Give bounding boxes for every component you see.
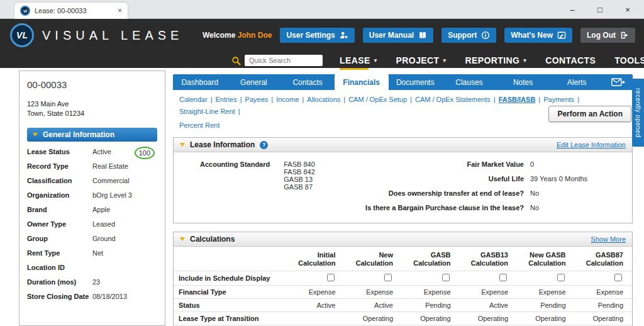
field-row-store-closing-date: Store Closing Date08/18/2013 xyxy=(27,293,157,307)
nav-reporting[interactable]: REPORTING▾ xyxy=(455,54,536,67)
chevron-down-icon: ▾ xyxy=(374,57,377,64)
nav-label: LEASE xyxy=(340,55,370,65)
include-in-schedule-checkbox[interactable] xyxy=(384,274,392,281)
nav-lease[interactable]: LEASE▾ xyxy=(330,54,387,67)
calc-value: Pending xyxy=(425,301,450,309)
lease-address: 123 Main Ave Town, State 01234 xyxy=(27,99,157,118)
calc-value: Expense xyxy=(366,288,393,296)
tab-clauses[interactable]: Clauses xyxy=(442,74,496,90)
info-field-label: Does ownership transfer at end of lease? xyxy=(365,189,524,197)
calc-cell: Operating xyxy=(575,312,633,325)
calc-cell: Operating xyxy=(517,312,575,325)
button-label: User Settings xyxy=(286,31,335,40)
recently-opened-tab[interactable]: recently opened xyxy=(632,79,644,147)
edit-lease-information-link[interactable]: Edit Lease Information xyxy=(557,141,626,149)
field-value: Real Estate xyxy=(92,162,128,170)
quick-search-input[interactable] xyxy=(245,55,323,66)
user-manual-button[interactable]: User Manual xyxy=(363,28,433,43)
include-in-schedule-checkbox[interactable] xyxy=(442,274,450,281)
chevron-down-icon: ▾ xyxy=(523,57,526,64)
lease-id: 00-00033 xyxy=(27,79,157,90)
support-button[interactable]: Support xyxy=(441,28,496,43)
subnav-straight-line-rent[interactable]: Straight-Line Rent xyxy=(177,106,238,116)
collapse-arrow-icon[interactable] xyxy=(180,237,185,241)
general-information-header[interactable]: General Information xyxy=(27,128,157,142)
tab-label: Contacts xyxy=(292,78,322,87)
address-line1: 123 Main Ave xyxy=(27,99,157,109)
calc-value: Active xyxy=(374,301,393,309)
user-settings-button[interactable]: User Settings xyxy=(280,28,354,43)
include-in-schedule-checkbox[interactable] xyxy=(327,274,335,281)
panel-title: Calculations xyxy=(190,235,235,244)
nav-project[interactable]: PROJECT▾ xyxy=(387,54,456,67)
tab-dashboard[interactable]: Dashboard xyxy=(173,74,227,90)
active-nav-underline xyxy=(340,68,369,70)
calc-row-lease-type-at-transition: Lease Type at TransitionOperatingOperati… xyxy=(174,312,632,325)
nav-contacts[interactable]: CONTACTS xyxy=(536,54,605,67)
lease-information-body: Accounting Standard FASB 840FASB 842GASB… xyxy=(174,152,632,223)
calc-value: Pending xyxy=(540,301,565,309)
subnav-allocations[interactable]: Allocations xyxy=(304,94,343,104)
tab-financials[interactable]: Financials xyxy=(335,74,389,90)
browser-tab[interactable]: vl Lease: 00-00033 × xyxy=(14,2,128,19)
subnav-cam-opex-setup[interactable]: CAM / OpEx Setup xyxy=(346,94,409,104)
user-name[interactable]: John Doe xyxy=(238,31,272,40)
subnav-payees[interactable]: Payees xyxy=(243,94,271,104)
tab-close-icon[interactable]: × xyxy=(118,6,122,15)
subnav-entries[interactable]: Entries xyxy=(213,94,240,104)
info-field-label: Fair Market Value xyxy=(365,160,524,168)
help-icon[interactable]: ? xyxy=(260,141,268,149)
calc-value: Operating xyxy=(593,315,623,322)
calc-cell: Pending xyxy=(575,299,633,312)
include-in-schedule-checkbox[interactable] xyxy=(557,274,565,281)
window-controls: – □ × xyxy=(558,0,641,19)
user-settings-icon xyxy=(340,31,348,40)
calc-row-label: Lease Type at Transition xyxy=(174,312,287,325)
tab-documents[interactable]: Documents xyxy=(389,74,443,90)
address-line2: Town, State 01234 xyxy=(27,109,157,118)
field-value: Ground xyxy=(92,235,116,242)
tab-notes[interactable]: Notes xyxy=(496,74,550,90)
show-more-link[interactable]: Show More xyxy=(591,235,626,243)
app-header: VL VISUAL LEASE Welcome John Doe User Se… xyxy=(0,19,644,68)
calc-value: Active xyxy=(317,301,336,309)
field-value: Apple xyxy=(92,206,110,213)
logout-button[interactable]: Log Out xyxy=(580,28,635,43)
field-label: Rent Type xyxy=(27,249,92,257)
welcome-label: Welcome xyxy=(203,31,235,40)
window-maximize-icon[interactable]: □ xyxy=(586,0,614,19)
tab-label: Notes xyxy=(513,78,533,87)
subnav-fasb-iasb[interactable]: FASB/IASB xyxy=(496,94,538,104)
subnav-calendar[interactable]: Calendar xyxy=(177,94,210,104)
subnav-income[interactable]: Income xyxy=(274,94,301,104)
tab-label: Documents xyxy=(396,78,435,87)
field-row-record-type: Record TypeReal Estate xyxy=(27,162,157,177)
window-close-icon[interactable]: × xyxy=(614,0,641,19)
what-s-new-button[interactable]: What's New xyxy=(504,28,572,43)
calc-cell: Active xyxy=(345,299,402,312)
nav-tools[interactable]: TOOLS▾ xyxy=(605,54,644,67)
calc-value: Expense xyxy=(596,288,623,296)
field-row-organization: OrganizationbOrg Level 3 xyxy=(27,191,157,206)
general-information-fields: Lease StatusActive100Record TypeReal Est… xyxy=(27,148,157,307)
include-in-schedule-checkbox[interactable] xyxy=(614,274,622,281)
calc-corner-cell xyxy=(174,247,287,271)
tab-alerts[interactable]: Alerts xyxy=(550,74,604,90)
subnav-cam-opex-statements[interactable]: CAM / OpEx Statements xyxy=(413,94,493,104)
field-row-lease-status: Lease StatusActive100 xyxy=(27,148,157,162)
include-in-schedule-checkbox[interactable] xyxy=(499,274,507,281)
window-minimize-icon[interactable]: – xyxy=(558,0,586,19)
subnav-percent-rent[interactable]: Percent Rent xyxy=(177,120,222,130)
collapse-arrow-icon[interactable] xyxy=(180,143,185,147)
lease-score-badge: 100 xyxy=(135,147,155,159)
subnav-payments[interactable]: Payments xyxy=(541,94,577,104)
mail-icon[interactable] xyxy=(604,74,633,90)
tab-contacts[interactable]: Contacts xyxy=(280,74,335,90)
tab-general[interactable]: General xyxy=(227,74,281,90)
perform-action-button[interactable]: Perform an Action xyxy=(548,106,631,122)
accounting-standard-value: GASB 87 xyxy=(284,183,315,191)
accounting-standard-values: FASB 840FASB 842GASB 13GASB 87 xyxy=(284,160,315,211)
browser-tab-title: Lease: 00-00033 xyxy=(35,7,113,14)
info-field-label: Useful Life xyxy=(365,175,524,183)
info-field-label: Is there a Bargain Purchase clause in th… xyxy=(365,204,524,211)
